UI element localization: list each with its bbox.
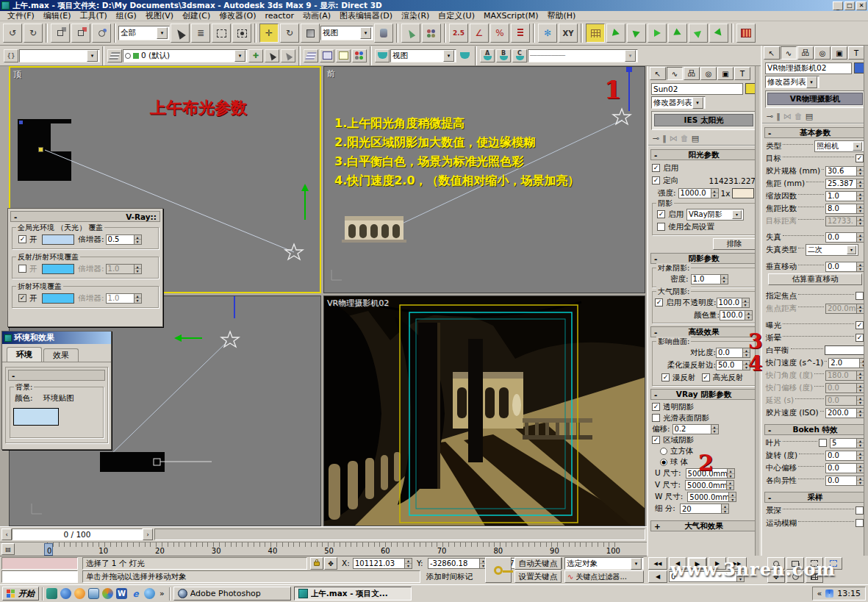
camera-type-dropdown[interactable]: 照相机▾ [814, 140, 864, 152]
gi-on-checkbox[interactable]: ✓ [18, 235, 26, 243]
viewport-camera-label[interactable]: VR物理摄影机02 [327, 298, 389, 309]
select-and-rotate-icon[interactable]: ↻ [280, 24, 299, 43]
opacity-field[interactable]: 100.0 [717, 298, 742, 308]
color-amount-spinner[interactable]: ▴▾ [745, 310, 753, 320]
modifier-list-dropdown[interactable]: 修改器列表▾ [651, 96, 706, 109]
dropdown-arrow-icon[interactable]: ▾ [631, 558, 642, 570]
gi-color-swatch[interactable] [42, 234, 74, 245]
layer-manager-icon[interactable] [304, 49, 318, 62]
shutter-speed-field[interactable]: 2.0 [828, 358, 859, 368]
selection-lock-icon[interactable] [310, 557, 323, 570]
opacity-spinner[interactable]: ▴▾ [742, 298, 750, 308]
start-button[interactable]: 开始 [2, 587, 39, 601]
reflection-on-checkbox[interactable] [18, 265, 26, 273]
u-size-spinner[interactable]: ▴▾ [727, 468, 735, 479]
render-preset-dropdown[interactable]: ──────────▾ [528, 49, 638, 62]
basic-parameters-rollout-header[interactable]: -基本参数 [764, 127, 866, 138]
area-shadow-checkbox[interactable]: ✓ [652, 436, 660, 444]
layer-list-icon[interactable] [107, 49, 122, 62]
dropdown-arrow-icon[interactable]: ▾ [157, 27, 168, 39]
shadow-enabled-checkbox[interactable]: ✓ [657, 210, 665, 218]
sun-color-swatch[interactable] [732, 188, 754, 198]
menu-item[interactable]: 视图(V) [141, 10, 178, 21]
render-scene-teapot-icon[interactable] [375, 49, 390, 62]
tab-environment[interactable]: 环境 [7, 347, 42, 362]
subdivs-spinner[interactable]: ▴▾ [721, 504, 729, 514]
named-selection-dropdown[interactable]: ▾ [19, 49, 100, 62]
quick-launch-chevron-icon[interactable]: » [158, 589, 166, 598]
intensity-field[interactable]: 1000.0 [678, 188, 711, 198]
hierarchy-tab[interactable]: 品 [797, 46, 814, 60]
contrast-field[interactable]: 0.0 [716, 348, 742, 358]
subdivs-field[interactable]: 20 [680, 504, 721, 514]
select-objects-in-layer-icon[interactable] [281, 49, 295, 62]
schematic-view-icon[interactable] [336, 49, 351, 62]
dropdown-arrow-icon[interactable]: ▾ [847, 246, 856, 254]
bias-spinner[interactable]: ▴▾ [711, 424, 719, 434]
render-preset-c-icon[interactable]: C [512, 49, 527, 62]
viewport-front-label[interactable]: 前 [327, 68, 335, 79]
quick-launch-icon-4[interactable] [88, 588, 99, 599]
remove-modifier-icon[interactable]: 🗑 [681, 134, 689, 143]
show-end-result-icon[interactable]: ‖ [776, 112, 781, 121]
sun-parameters-rollout-header[interactable]: -阳光参数 [650, 149, 757, 160]
motion-blur-checkbox[interactable] [856, 519, 864, 527]
blades-checkbox[interactable] [819, 439, 827, 447]
color-amount-field[interactable]: 100.0 [720, 310, 745, 320]
maximize-button[interactable]: □ [844, 1, 855, 10]
configure-modifier-sets-icon[interactable]: ▤ [692, 134, 699, 143]
object-name-field[interactable]: VR物理摄影机02 [765, 62, 852, 74]
shadow-type-dropdown[interactable]: VRay阴影▾ [686, 209, 744, 221]
dropdown-arrow-icon[interactable]: ▾ [806, 76, 817, 88]
unlink-selection-icon[interactable] [71, 24, 90, 43]
sun-targeted-checkbox[interactable]: ✓ [652, 176, 660, 184]
display-tab[interactable]: ▣ [717, 67, 734, 80]
add-time-tag[interactable]: 添加时间标记 [426, 572, 473, 582]
soften-diffuse-edge-field[interactable]: 50.0 [716, 360, 742, 370]
set-key-icon[interactable] [485, 557, 512, 583]
rectangular-selection-region-icon[interactable] [212, 24, 231, 43]
dropdown-arrow-icon[interactable]: ▾ [692, 97, 703, 109]
track-bar[interactable]: ▤ 0102030405060708090100 [0, 542, 647, 556]
f-number-field[interactable]: 8.0 [825, 204, 856, 214]
close-button[interactable]: ✕ [856, 1, 867, 10]
vray-environment-rollout-header[interactable]: - V-Ray:: [10, 211, 160, 222]
v-size-spinner[interactable]: ▴▾ [726, 480, 734, 490]
gi-mult-spinner[interactable]: ▴▾ [134, 234, 142, 245]
collapse-icon[interactable]: - [12, 371, 15, 380]
dropdown-arrow-icon[interactable]: ▾ [853, 142, 862, 151]
dropdown-arrow-icon[interactable]: ▾ [87, 50, 98, 62]
grid-snap-icon[interactable] [586, 24, 605, 43]
time-slider-next-icon[interactable]: › [143, 528, 153, 540]
film-speed-iso-field[interactable]: 200.0 [825, 408, 856, 418]
axis-constraint-xy-icon[interactable]: XY [559, 24, 578, 43]
time-slider-track[interactable] [154, 528, 645, 540]
film-gate-field[interactable]: 30.6 [825, 166, 856, 176]
vray-shadow-params-rollout-header[interactable]: -VRay 阴影参数 [650, 389, 757, 400]
select-and-move-icon[interactable]: ✛ [259, 24, 279, 43]
set-key-button[interactable]: 设置关键点 [514, 570, 562, 583]
normal-align-icon[interactable] [668, 24, 687, 43]
white-balance-swatch[interactable] [825, 345, 864, 355]
utilities-tab[interactable]: Τ [848, 46, 864, 60]
redo-icon[interactable]: ↻ [24, 24, 43, 43]
center-bias-field[interactable]: 0.0 [825, 463, 856, 473]
atmospheres-effects-rollout-header[interactable]: +大气和效果 [650, 520, 757, 531]
menu-item[interactable]: 编辑(E) [39, 10, 76, 21]
shadow-parameters-rollout-header[interactable]: -阴影参数 [650, 253, 757, 264]
select-and-link-icon[interactable] [51, 24, 70, 43]
bias-field[interactable]: 0.2 [672, 424, 711, 434]
menu-item[interactable]: reactor [261, 11, 298, 21]
mini-script-listener[interactable] [1, 570, 78, 583]
spinner-snap-icon[interactable] [511, 24, 530, 43]
refraction-mult-spinner[interactable]: ▴▾ [134, 293, 142, 304]
stack-item-vray-camera[interactable]: VR物理摄影机 [767, 93, 863, 105]
exclude-button[interactable]: 排除 [713, 238, 756, 250]
x-coordinate-field[interactable]: 101121.03 [353, 558, 404, 569]
time-slider-display[interactable]: 0 / 100 [12, 528, 143, 540]
align-camera-icon[interactable] [709, 24, 728, 43]
select-and-manipulate-icon[interactable] [401, 24, 420, 43]
diffuse-checkbox[interactable]: ✓ [661, 373, 670, 381]
smooth-surface-shadows-checkbox[interactable] [652, 414, 660, 422]
display-tab[interactable]: ▣ [831, 46, 847, 60]
